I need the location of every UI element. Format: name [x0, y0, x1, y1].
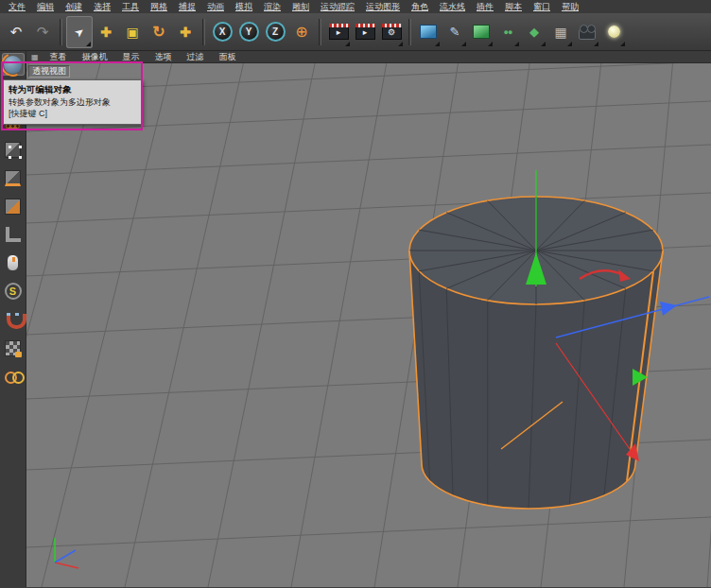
- render-picture-viewer-button[interactable]: ▸: [352, 16, 378, 48]
- viewport-canvas[interactable]: [26, 63, 711, 587]
- tooltip: 转为可编辑对象 转换参数对象为多边形对象 [快捷键 C]: [3, 79, 142, 125]
- convert-to-editable-button[interactable]: [2, 53, 25, 76]
- last-used-icon: ✚: [180, 25, 191, 40]
- subdivision-surface-icon: [473, 25, 490, 39]
- move-tool[interactable]: ✚: [93, 16, 119, 48]
- tooltip-description: 转换参数对象为多边形对象: [9, 96, 136, 109]
- enable-axis-icon: [7, 254, 19, 271]
- redo-icon: ↷: [37, 24, 49, 41]
- menubar-item-5[interactable]: 网格: [145, 1, 173, 13]
- application-window: 文件编辑创建选择工具网格捕捉动画模拟渲染雕刻运动跟踪运动图形角色流水线插件脚本窗…: [0, 0, 711, 588]
- snap-button[interactable]: [2, 308, 25, 331]
- render-view-button[interactable]: ▸: [325, 16, 352, 48]
- points-mode-icon: [5, 170, 21, 186]
- convert-to-editable-icon: [4, 56, 22, 74]
- workplane-button[interactable]: [2, 223, 25, 246]
- menubar-item-16[interactable]: 脚本: [499, 1, 528, 13]
- menubar-item-2[interactable]: 创建: [60, 1, 88, 13]
- coordinate-system-icon: ⊕: [295, 23, 307, 41]
- toolbar: ↶↷➤✚▣↻✚XYZ⊕▸▸⚙✎●●◆▦: [0, 13, 711, 51]
- left-toolbar: S: [0, 51, 26, 587]
- menubar-item-3[interactable]: 选择: [88, 1, 116, 13]
- generators-button[interactable]: ●●: [494, 16, 521, 48]
- z-axis-lock-button[interactable]: Z: [262, 16, 288, 48]
- toolbar-separator: [408, 19, 411, 45]
- camera-button[interactable]: [574, 16, 600, 48]
- redo-button[interactable]: ↷: [29, 16, 56, 48]
- add-cube-button[interactable]: [415, 16, 442, 48]
- menubar-item-11[interactable]: 运动跟踪: [315, 1, 360, 13]
- add-cube-icon: [420, 25, 437, 39]
- menubar: 文件编辑创建选择工具网格捕捉动画模拟渲染雕刻运动跟踪运动图形角色流水线插件脚本窗…: [0, 0, 711, 13]
- menubar-item-12[interactable]: 运动图形: [360, 1, 406, 13]
- polygons-mode-button[interactable]: [2, 195, 25, 217]
- rotate-icon: ↻: [152, 23, 165, 41]
- render-settings-button[interactable]: ⚙: [378, 16, 405, 48]
- undo-button[interactable]: ↶: [3, 16, 29, 48]
- menubar-item-4[interactable]: 工具: [116, 1, 145, 13]
- points-mode-button[interactable]: [2, 166, 25, 189]
- menubar-item-18[interactable]: 帮助: [556, 1, 584, 13]
- live-selection-icon: ➤: [72, 24, 88, 40]
- menubar-item-10[interactable]: 雕刻: [286, 1, 315, 13]
- viewport[interactable]: 透视视图: [26, 63, 711, 587]
- render-settings-icon: ⚙: [382, 24, 402, 40]
- scale-tool[interactable]: ▣: [119, 16, 146, 48]
- workplane-mode-icon: [5, 142, 21, 158]
- workplane-snap-button[interactable]: [2, 337, 25, 359]
- quantize-button[interactable]: [2, 365, 25, 388]
- camera-icon: [579, 29, 596, 40]
- menubar-item-7[interactable]: 动画: [201, 1, 230, 13]
- live-selection-tool[interactable]: ➤: [66, 16, 93, 48]
- viewport-menu-item-0[interactable]: 查看: [43, 51, 75, 63]
- quantize-icon: [5, 368, 22, 385]
- floor-button[interactable]: ▦: [547, 16, 574, 48]
- viewport-label: 透视视图: [28, 65, 70, 78]
- x-axis-lock-icon: X: [213, 22, 233, 42]
- last-used-tool[interactable]: ✚: [172, 16, 199, 48]
- undo-icon: ↶: [10, 24, 23, 41]
- generators-icon: ●●: [504, 27, 512, 37]
- viewport-solo-button[interactable]: S: [2, 280, 25, 303]
- rotate-tool[interactable]: ↻: [146, 16, 172, 48]
- viewport-menu-item-4[interactable]: 过滤: [180, 51, 212, 63]
- menubar-item-9[interactable]: 渲染: [258, 1, 286, 13]
- x-axis-lock-button[interactable]: X: [209, 16, 235, 48]
- menubar-item-8[interactable]: 模拟: [230, 1, 258, 13]
- scale-icon: ▣: [126, 25, 138, 40]
- deformers-icon: ◆: [529, 25, 539, 39]
- viewport-menu-item-1[interactable]: 摄像机: [75, 51, 115, 63]
- y-axis-lock-icon: Y: [239, 22, 259, 42]
- light-button[interactable]: [600, 16, 627, 48]
- toolbar-separator: [319, 19, 321, 45]
- y-axis-lock-button[interactable]: Y: [235, 16, 262, 48]
- z-axis-lock-icon: Z: [266, 22, 286, 42]
- menubar-item-17[interactable]: 窗口: [528, 1, 556, 13]
- workplane-icon: [6, 227, 21, 242]
- spline-pen-button[interactable]: ✎: [442, 16, 468, 48]
- menubar-item-14[interactable]: 流水线: [434, 1, 471, 13]
- light-icon: [608, 26, 620, 38]
- deformers-button[interactable]: ◆: [521, 16, 547, 48]
- menubar-item-13[interactable]: 角色: [406, 1, 434, 13]
- coordinate-system-button[interactable]: ⊕: [288, 16, 315, 48]
- viewport-menu-item-3[interactable]: 选项: [147, 51, 180, 63]
- viewport-menubar: ▦ 查看摄像机显示选项过滤面板: [26, 51, 711, 63]
- subdivision-surface-button[interactable]: [468, 16, 494, 48]
- menubar-item-0[interactable]: 文件: [3, 1, 31, 13]
- viewport-menu-item-5[interactable]: 面板: [212, 51, 244, 63]
- viewport-menu-item-2[interactable]: 显示: [115, 51, 147, 63]
- menubar-item-6[interactable]: 捕捉: [173, 1, 201, 13]
- enable-axis-button[interactable]: [2, 251, 25, 274]
- spline-pen-icon: ✎: [450, 25, 460, 39]
- viewport-grid-icon: ▦: [31, 53, 39, 61]
- toolbar-separator: [60, 19, 62, 45]
- menubar-item-1[interactable]: 编辑: [31, 1, 60, 13]
- render-picture-viewer-icon: ▸: [356, 24, 375, 40]
- tooltip-shortcut: [快捷键 C]: [9, 108, 136, 120]
- floor-icon: ▦: [554, 25, 566, 40]
- menubar-item-15[interactable]: 插件: [471, 1, 499, 13]
- toolbar-separator: [202, 19, 205, 45]
- render-view-icon: ▸: [329, 24, 349, 40]
- workplane-mode-button[interactable]: [2, 138, 25, 161]
